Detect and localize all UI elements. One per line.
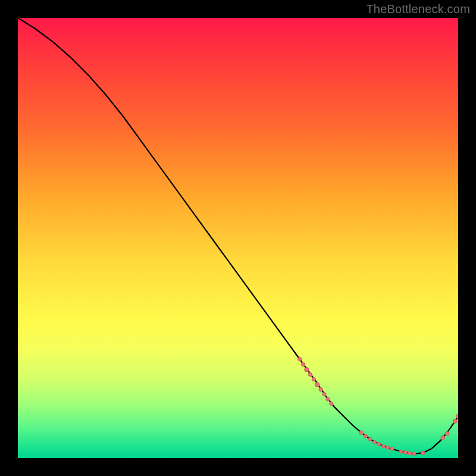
data-point (408, 452, 412, 455)
data-point (381, 444, 385, 448)
data-point (305, 367, 309, 372)
data-point (364, 434, 368, 438)
data-point (298, 357, 301, 361)
plot-area (18, 18, 458, 458)
data-point (322, 393, 326, 396)
data-point (315, 383, 320, 387)
data-point (312, 377, 315, 381)
data-point (326, 397, 330, 401)
bottleneck-curve (18, 18, 458, 454)
data-point (445, 431, 449, 436)
data-point (456, 414, 458, 418)
data-markers (298, 357, 458, 455)
data-point (421, 451, 425, 455)
chart-stage: TheBottleneck.com (0, 0, 476, 476)
data-point (377, 442, 381, 446)
data-point (372, 440, 376, 444)
data-point (441, 436, 445, 440)
data-point (390, 447, 394, 450)
data-point (301, 362, 305, 366)
data-point (368, 437, 372, 441)
data-point (359, 431, 364, 435)
data-point (412, 452, 416, 456)
data-point (399, 450, 403, 453)
data-point (319, 387, 322, 391)
watermark-text: TheBottleneck.com (366, 2, 470, 16)
data-point (453, 419, 457, 423)
data-point (330, 402, 333, 405)
data-point (403, 450, 407, 454)
data-point (386, 446, 390, 449)
plot-svg (18, 18, 458, 458)
data-point (308, 372, 312, 376)
